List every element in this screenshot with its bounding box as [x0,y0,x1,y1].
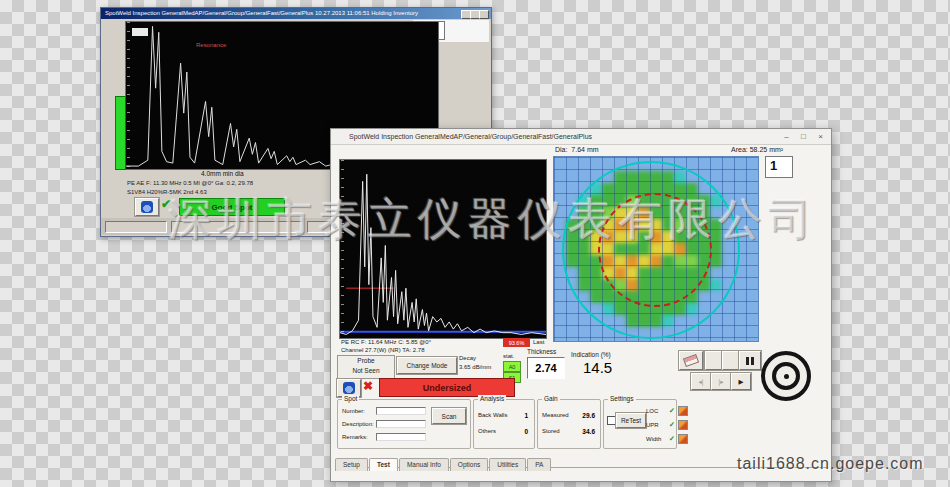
measured-label: Measured [542,412,569,418]
close-icon[interactable] [479,10,489,19]
diameter-value: 7.64 mm [571,146,598,153]
stored-label: Stored [542,428,560,434]
number-label: Number: [342,408,365,414]
spot-counter: 1 [765,156,793,178]
back-setup-info-row: S1V84 H20%R-5MK 2nd 4.63 [127,189,207,195]
target-mid-ring [772,362,800,390]
indication-label: Indication (%) [571,351,611,358]
gain-group: Gain Measured 29.6 Stored 34.6 [537,399,601,449]
description-input[interactable] [376,420,426,428]
others-label: Others [478,428,496,434]
gate-readout-box [132,28,148,36]
ascan-ruler [127,22,130,169]
step-back-button[interactable]: ◂| [691,373,711,390]
probe-status-line1: Probe [338,356,394,366]
change-mode-button[interactable]: Change Mode [397,357,457,374]
thickness-value: 2.74 [527,357,565,379]
scan-button[interactable]: Scan [432,408,466,424]
front-ascan-display [339,159,547,339]
ascan-ruler [341,160,344,338]
tab-strip: SetupTestManual InfoOptionsUtilitiesPA [335,453,827,468]
status-cell [171,221,303,233]
setting-row-width: Width✓ [646,434,688,444]
check-icon: ✓ [669,435,675,443]
target-dot [784,374,789,379]
back-window-titlebar[interactable]: SpotWeld Inspection GeneralMedAP/General… [101,8,491,19]
remarks-label: Remarks: [342,434,368,440]
check-icon: ✓ [669,407,675,415]
analysis-group-label: Analysis [478,395,506,402]
close-icon[interactable]: × [812,129,829,144]
min-dia-label: 4.0mm min dia [201,170,244,177]
retest-button[interactable]: ReTest [616,413,646,428]
check-icon: ✓ [669,421,675,429]
pause-button[interactable] [739,351,761,370]
back-walls-label: Back Walls [478,412,507,418]
setting-thumb-icon[interactable] [678,434,688,444]
retest-checkbox[interactable] [607,416,616,425]
analysis-group: Analysis Back Walls 1 Others 0 [473,399,535,449]
setting-thumb-icon[interactable] [678,406,688,416]
spot-group: Spot Number: Description: Remarks: Scan [337,399,471,449]
back-probe-info-row: PE AE F: 11.30 MHz 0.5 MI @0° Ga: 0.2, 2… [127,180,253,186]
diameter-readout: Dia: 7.64 mm [555,146,599,153]
spot-group-label: Spot [342,395,359,402]
area-value: 58.25 mm² [750,146,783,153]
resonance-label: Resonance [196,42,226,48]
decay-value: 3.65 dB/mm [459,364,491,370]
tool-button-disabled[interactable] [705,351,722,370]
setting-row-loc: LOC✓ [646,406,688,416]
window-controls: – □ × [778,129,829,144]
description-label: Description: [342,421,374,427]
stored-value: 34.6 [582,428,595,435]
settings-group-label: Settings [608,395,636,402]
target-circle-icon[interactable] [761,351,811,401]
front-ascan-waveform [340,160,546,338]
tab-pa[interactable]: PA [527,458,551,471]
probe-status-line2: Not Seen [338,366,394,376]
ascan-info-row2: Channel 27.7(W) (NR) TA: 2.78 [341,347,424,353]
stat-indicator-a0: A0 [503,361,521,372]
good-spot-button[interactable]: Good Spot [179,198,285,216]
probe-status-box: Probe Not Seen [337,355,395,379]
min-dia-dashed-circle [598,193,712,307]
step-forward-button[interactable]: |▸ [711,373,731,390]
screenshot-stage: SpotWeld Inspection GeneralMedAP/General… [0,0,950,487]
signal-level-bar [115,96,126,170]
indication-value: 14.5 [583,359,612,376]
ascan-info-row1: PE RC F: 11.64 MHz C: 5.85 @0° [341,339,431,345]
hand-stop-button[interactable] [135,198,159,216]
gain-group-label: Gain [542,395,560,402]
settings-rows: LOC✓UPR✓Width✓ [646,406,688,448]
tab-utilities[interactable]: Utilities [489,458,526,471]
thickness-label: Thickness [527,348,556,355]
setting-row-upr: UPR✓ [646,420,688,430]
settings-group: Settings ReTest LOC✓UPR✓Width✓ [603,399,677,449]
setting-thumb-icon[interactable] [678,420,688,430]
decay-label: Decay [459,355,476,361]
tab-options[interactable]: Options [450,458,488,471]
eraser-icon [683,354,699,367]
hand-icon [141,201,153,213]
tab-manual-info[interactable]: Manual Info [399,458,449,471]
front-window: SpotWeld Inspection GeneralMedAP/General… [330,128,832,482]
area-readout: Area: 58.25 mm² [731,146,783,153]
hand-icon [343,382,355,394]
measured-value: 29.6 [582,412,595,419]
erase-button[interactable] [679,351,703,370]
play-button[interactable]: ▶ [731,373,751,390]
minimize-icon[interactable]: – [778,129,795,144]
pause-icon [746,357,754,365]
others-value: 0 [524,428,528,435]
check-icon: ✔ [161,197,171,211]
tab-setup[interactable]: Setup [335,458,368,471]
tab-test[interactable]: Test [369,458,398,471]
cscan-map[interactable] [553,156,759,342]
tool-button-disabled[interactable] [722,351,739,370]
number-input[interactable] [376,407,426,415]
back-walls-value: 1 [524,412,528,419]
remarks-input[interactable] [376,433,426,441]
alert-badge: 93.6% [503,338,530,347]
maximize-icon[interactable]: □ [795,129,812,144]
front-window-titlebar[interactable]: SpotWeld Inspection GeneralMedAP/General… [331,129,831,145]
